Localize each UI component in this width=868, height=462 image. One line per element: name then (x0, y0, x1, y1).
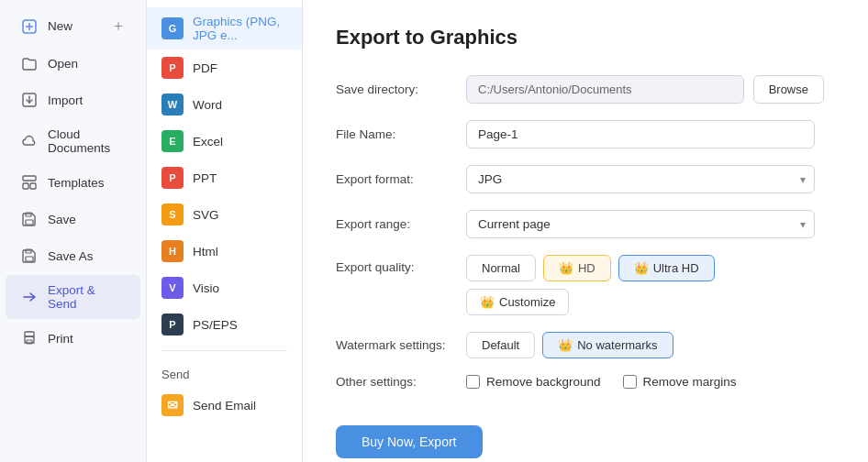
remove-margins-label[interactable]: Remove margins (623, 375, 737, 389)
sidebar-item-export-send[interactable]: Export & Send (6, 275, 140, 319)
quality-options-group: Normal 👑 HD 👑 Ultra HD 👑 Customize (466, 255, 715, 315)
sidebar-item-save-label: Save (48, 213, 76, 226)
quality-hd-label: HD (578, 261, 595, 275)
quality-normal-button[interactable]: Normal (466, 255, 536, 281)
email-icon: ✉ (161, 394, 184, 416)
excel-file-icon: E (161, 130, 184, 152)
file-name-input[interactable] (466, 120, 815, 148)
middle-item-word[interactable]: W Word (147, 86, 302, 123)
watermark-options-group: Default 👑 No watermarks (466, 332, 673, 358)
sidebar-item-import[interactable]: Import (6, 82, 140, 117)
middle-item-excel[interactable]: E Excel (147, 123, 302, 160)
sidebar-item-save-as-label: Save As (48, 249, 94, 263)
no-watermarks-label: No watermarks (577, 338, 657, 352)
buy-now-export-button[interactable]: Buy Now, Export (336, 425, 483, 458)
middle-item-send-email-label: Send Email (193, 399, 256, 412)
sidebar-item-open-label: Open (48, 57, 78, 71)
middle-item-ppt-label: PPT (193, 171, 217, 185)
customize-crown-icon: 👑 (480, 295, 495, 309)
sidebar-item-print[interactable]: Print (6, 321, 140, 356)
middle-item-ppt[interactable]: P PPT (147, 160, 302, 196)
ppt-file-icon: P (161, 167, 184, 189)
visio-file-icon: V (161, 277, 184, 299)
sidebar-item-save[interactable]: Save (6, 202, 140, 236)
middle-item-graphics[interactable]: G Graphics (PNG, JPG e... (147, 7, 302, 50)
export-format-row: Export format: JPG PNG BMP TIFF GIF WebP (336, 165, 835, 193)
customize-button[interactable]: 👑 Customize (466, 289, 569, 315)
sidebar-item-import-label: Import (48, 94, 83, 107)
middle-item-visio[interactable]: V Visio (147, 270, 302, 306)
page-title: Export to Graphics (336, 26, 835, 50)
middle-item-pdf-label: PDF (193, 61, 217, 75)
quality-ultra-hd-button[interactable]: 👑 Ultra HD (618, 255, 715, 281)
middle-item-send-email[interactable]: ✉ Send Email (147, 387, 302, 424)
remove-background-checkbox[interactable] (466, 375, 480, 389)
save-as-icon (20, 247, 39, 265)
svg-rect-5 (23, 176, 36, 181)
sidebar-item-open[interactable]: Open (6, 46, 140, 81)
sidebar-item-templates[interactable]: Templates (6, 165, 140, 200)
main-content: Export to Graphics Save directory: Brows… (303, 0, 868, 462)
middle-item-pdf[interactable]: P PDF (147, 50, 302, 86)
middle-item-html-label: Html (193, 245, 218, 258)
export-quality-label: Export quality: (336, 255, 455, 274)
watermark-no-watermarks-button[interactable]: 👑 No watermarks (542, 332, 673, 358)
middle-item-visio-label: Visio (193, 281, 219, 295)
export-format-label: Export format: (336, 172, 455, 186)
save-icon (20, 210, 39, 228)
no-watermarks-crown-icon: 👑 (558, 338, 573, 352)
middle-item-svg-label: SVG (193, 208, 219, 222)
cloud-icon (20, 132, 39, 150)
other-settings-group: Remove background Remove margins (466, 375, 737, 389)
sidebar-item-cloud-label: Cloud Documents (48, 127, 126, 155)
sidebar-item-cloud-documents[interactable]: Cloud Documents (6, 119, 140, 163)
remove-margins-checkbox[interactable] (623, 375, 637, 389)
middle-item-ps-eps[interactable]: P PS/EPS (147, 306, 302, 343)
file-name-label: File Name: (336, 127, 455, 141)
svg-rect-9 (26, 220, 33, 225)
graphics-file-icon: G (161, 17, 184, 39)
watermark-label: Watermark settings: (336, 338, 455, 352)
sidebar-item-new-label: New (48, 19, 72, 33)
word-file-icon: W (161, 94, 184, 116)
remove-background-label[interactable]: Remove background (466, 375, 601, 389)
file-name-row: File Name: (336, 120, 835, 148)
sidebar-item-print-label: Print (48, 332, 73, 346)
svg-point-14 (33, 337, 35, 339)
import-icon (20, 91, 39, 109)
svg-rect-11 (26, 257, 33, 261)
export-range-row: Export range: Current page All pages Cus… (336, 210, 835, 238)
export-send-icon (20, 288, 39, 306)
other-settings-label: Other settings: (336, 375, 455, 389)
export-range-label: Export range: (336, 217, 455, 231)
sidebar: New ＋ Open Import Cloud Documents Templa… (0, 0, 147, 462)
quality-hd-button[interactable]: 👑 HD (543, 255, 611, 281)
svg-file-icon: S (161, 204, 184, 226)
send-section-title: Send (147, 358, 302, 387)
watermark-default-button[interactable]: Default (466, 332, 535, 358)
save-directory-input-group: Browse (466, 75, 824, 104)
open-icon (20, 54, 39, 72)
svg-rect-6 (23, 183, 28, 189)
middle-item-svg[interactable]: S SVG (147, 196, 302, 233)
sidebar-item-new[interactable]: New ＋ (6, 8, 140, 44)
save-directory-input[interactable] (466, 75, 744, 104)
svg-rect-7 (30, 183, 36, 189)
hd-crown-icon: 👑 (559, 261, 573, 275)
print-icon (20, 329, 39, 347)
html-file-icon: H (161, 240, 184, 262)
save-directory-label: Save directory: (336, 82, 455, 96)
browse-button[interactable]: Browse (753, 75, 824, 104)
middle-item-html[interactable]: H Html (147, 233, 302, 270)
save-directory-row: Save directory: Browse (336, 75, 835, 104)
export-format-wrapper: JPG PNG BMP TIFF GIF WebP (466, 165, 815, 193)
export-range-select[interactable]: Current page All pages Custom range (466, 210, 815, 238)
sidebar-item-export-label: Export & Send (48, 283, 126, 311)
middle-item-excel-label: Excel (193, 135, 223, 148)
export-format-select[interactable]: JPG PNG BMP TIFF GIF WebP (466, 165, 815, 193)
customize-label: Customize (499, 295, 555, 309)
remove-background-text: Remove background (486, 375, 601, 389)
pdf-file-icon: P (161, 57, 184, 79)
watermark-row: Watermark settings: Default 👑 No waterma… (336, 332, 835, 358)
sidebar-item-save-as[interactable]: Save As (6, 238, 140, 273)
